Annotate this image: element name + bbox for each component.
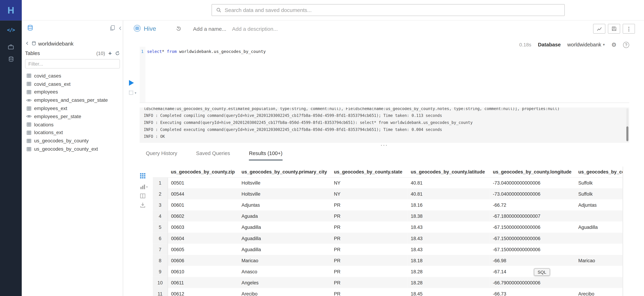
editor-main: Hive Add a name... Add a description... … — [123, 20, 644, 296]
cell: Adjuntas — [238, 199, 330, 210]
table-name: covid_cases_ext — [34, 81, 70, 87]
nav-jobs-item[interactable] — [0, 42, 22, 52]
query-name-field[interactable]: Add a name... — [193, 26, 226, 32]
resize-grip-icon[interactable] — [140, 143, 629, 147]
assist-table-item[interactable]: covid_cases_ext — [22, 80, 123, 88]
assist-sources-button[interactable] — [27, 25, 33, 32]
more-actions-button[interactable] — [623, 24, 635, 33]
chart-button[interactable] — [593, 24, 606, 33]
results-grid: us_geocodes_by_county.zipus_geocodes_by_… — [153, 167, 623, 296]
row-number: 9 — [153, 266, 168, 277]
column-header[interactable]: us_geocodes_by_cou — [575, 167, 623, 177]
table-filter-input[interactable] — [28, 61, 117, 67]
cell: -67.150000000000006 — [490, 244, 575, 255]
query-token: select — [147, 49, 162, 54]
table-name: locations — [34, 122, 54, 127]
table-icon — [26, 106, 32, 111]
settings-gear-icon[interactable] — [611, 41, 616, 48]
assist-table-item[interactable]: employees_and_cases_per_state — [22, 96, 123, 104]
assist-table-item[interactable]: employees — [22, 88, 123, 96]
cell: -67.14 — [490, 266, 575, 277]
result-row: 400602AguadaPR18.38-67.180000000000007 — [153, 210, 622, 222]
chart-view-button[interactable] — [140, 182, 148, 190]
bar-chart-icon — [140, 184, 145, 190]
column-header[interactable]: us_geocodes_by_county.zip — [168, 167, 238, 177]
result-row: 700605AguadillaPR18.43-67.15000000000000… — [153, 244, 622, 255]
database-label: Database — [538, 42, 561, 48]
cell: PR — [330, 233, 407, 244]
columns-view-button[interactable] — [140, 193, 145, 198]
tables-count: (10) — [96, 50, 105, 56]
query-line[interactable]: select* from worldwidebank.us_geocodes_b… — [147, 49, 266, 54]
assist-table-item[interactable]: covid_cases — [22, 72, 123, 80]
assist-table-item[interactable]: us_geocodes_by_county — [22, 137, 123, 145]
assist-table-item[interactable]: us_geocodes_by_county_ext — [22, 145, 123, 153]
cell: 00601 — [168, 199, 238, 210]
tab-saved-queries[interactable]: Saved Queries — [196, 151, 230, 160]
snippet-square-icon — [128, 90, 134, 96]
global-search[interactable] — [212, 4, 565, 16]
help-icon[interactable] — [623, 42, 629, 48]
hue-app: H world — [0, 0, 644, 296]
table-filter[interactable] — [25, 59, 120, 68]
row-number-header — [153, 167, 168, 177]
query-history-button[interactable] — [176, 26, 182, 33]
cell: 18.28 — [408, 277, 490, 288]
assist-documents-button[interactable] — [110, 25, 116, 32]
result-tabs: Query HistorySaved QueriesResults (100+) — [146, 151, 282, 160]
query-description-field[interactable]: Add a description... — [232, 26, 278, 32]
database-selector[interactable]: worldwidebank — [567, 42, 605, 48]
log-line: ldSchema(name:us_geocodes_by_county.esti… — [144, 108, 625, 112]
assist-table-item[interactable]: locations_ext — [22, 129, 123, 137]
column-header[interactable]: us_geocodes_by_county.latitude — [408, 167, 490, 177]
assist-table-item[interactable]: locations — [22, 121, 123, 129]
table-name: us_geocodes_by_county_ext — [34, 146, 98, 152]
log-scrollbar-thumb[interactable] — [626, 126, 628, 141]
cell: Adjuntas — [575, 199, 623, 210]
row-number: 2 — [153, 188, 168, 199]
cell: 40.81 — [408, 188, 490, 199]
cell: Suffolk — [575, 188, 623, 199]
database-icon — [27, 25, 33, 31]
cell: 00610 — [168, 266, 238, 277]
refresh-tables-button[interactable] — [115, 51, 120, 56]
query-token: from — [167, 49, 177, 54]
nav-tables-item[interactable] — [0, 54, 22, 64]
tab-results-100[interactable]: Results (100+) — [249, 151, 282, 160]
save-icon — [612, 26, 616, 31]
column-header[interactable]: us_geocodes_by_county.state — [330, 167, 407, 177]
result-row: 1000611AngelesPR18.28-66.790000000000006 — [153, 277, 622, 288]
column-header[interactable]: us_geocodes_by_county.primary_city — [238, 167, 330, 177]
assist-table-item[interactable]: employees_ext — [22, 104, 123, 112]
cell — [575, 210, 623, 222]
cell: PR — [330, 288, 407, 296]
assist-table-item[interactable]: employees_per_state — [22, 112, 123, 121]
add-icon — [108, 49, 112, 57]
grid-view-button[interactable] — [140, 173, 145, 178]
table-name: us_geocodes_by_county — [34, 138, 89, 144]
execution-log: ldSchema(name:us_geocodes_by_county.esti… — [140, 108, 629, 143]
nav-editor-item[interactable] — [0, 25, 22, 34]
cell: Anasco — [238, 266, 330, 277]
assist-panel: worldwidebank Tables (10) covid_casescov… — [22, 20, 123, 296]
cell: Suffolk — [575, 177, 623, 188]
search-input[interactable] — [225, 7, 560, 13]
hue-logo[interactable]: H — [0, 0, 22, 20]
snippet-type-button[interactable] — [128, 90, 136, 96]
download-results-button[interactable] — [140, 202, 145, 208]
assist-table-list: covid_casescovid_cases_extemployeesemplo… — [22, 72, 123, 153]
column-header[interactable]: us_geocodes_by_county.longitude — [490, 167, 575, 177]
save-button[interactable] — [608, 24, 620, 33]
add-table-button[interactable] — [108, 49, 112, 57]
editor-meta-row: 0.18s Database worldwidebank — [519, 41, 629, 48]
assist-collapse-button[interactable] — [118, 25, 123, 32]
result-row: 1100612AreciboPR18.45-66.73Arecibo — [153, 288, 622, 296]
result-row: 100501HoltsvilleNY40.81-73.0400000000000… — [153, 177, 622, 188]
database-breadcrumb[interactable]: worldwidebank — [25, 40, 73, 47]
snippet-header: Hive Add a name... Add a description... — [123, 20, 644, 37]
execute-button[interactable] — [129, 80, 134, 86]
cell: PR — [330, 255, 407, 266]
chevron-down-icon — [146, 182, 148, 190]
tab-query-history[interactable]: Query History — [146, 151, 177, 160]
database-icon — [32, 40, 36, 47]
